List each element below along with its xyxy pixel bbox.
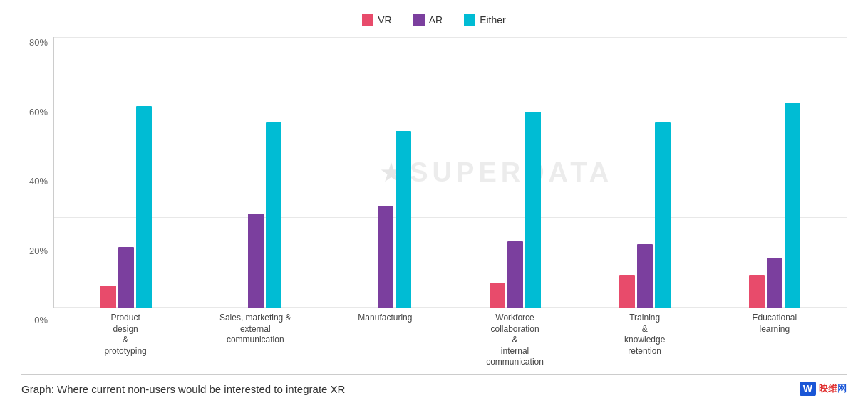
legend-item-vr: VR (362, 14, 391, 26)
legend: VR AR Either (21, 14, 847, 26)
bars-groups (54, 37, 847, 308)
bar-group-0 (100, 106, 152, 308)
x-labels: Productdesign&prototypingSales, marketin… (53, 313, 847, 368)
bar-either-0 (136, 106, 152, 308)
y-label-60: 60% (29, 107, 48, 117)
y-axis: 80% 60% 40% 20% 0% (21, 37, 53, 368)
bar-either-2 (396, 131, 411, 308)
bar-either-1 (266, 122, 281, 308)
legend-color-ar (413, 14, 425, 26)
logo-text: 映维网 (819, 382, 847, 395)
bar-vr-5 (749, 275, 765, 308)
bar-vr-0 (100, 286, 116, 308)
legend-item-either: Either (464, 14, 506, 26)
bar-group-1 (230, 122, 281, 308)
bar-group-5 (749, 103, 800, 308)
footer: Graph: Where current non-users would be … (21, 374, 847, 396)
y-label-80: 80% (29, 37, 48, 48)
bar-either-4 (655, 122, 671, 308)
chart-body: ★ SUPERDATA Productdesign&prototypingSal… (53, 37, 847, 368)
bar-vr-4 (619, 275, 635, 308)
bar-group-4 (619, 122, 671, 308)
x-label-4: Training&knowledgeretention (599, 313, 691, 368)
chart-container: VR AR Either 80% 60% 40% 20% 0% (0, 0, 868, 403)
bar-ar-3 (507, 241, 523, 308)
y-label-40: 40% (29, 176, 48, 187)
y-label-0: 0% (34, 315, 48, 325)
bar-ar-5 (767, 258, 782, 308)
legend-color-vr (362, 14, 373, 26)
bar-ar-2 (378, 206, 393, 308)
legend-label-vr: VR (378, 14, 391, 26)
bar-group-2 (360, 131, 411, 308)
logo-w-icon: W (800, 382, 816, 396)
bar-group-3 (490, 112, 541, 308)
footer-logo: W 映维网 (800, 382, 847, 396)
bar-either-5 (785, 103, 800, 308)
bar-ar-1 (248, 214, 264, 308)
legend-item-ar: AR (413, 14, 443, 26)
bars-area: ★ SUPERDATA (53, 37, 847, 308)
legend-color-either (464, 14, 475, 26)
y-label-20: 20% (29, 246, 48, 256)
x-label-0: Productdesign&prototyping (79, 313, 172, 368)
x-label-3: Workforcecollaboration&internalcommunica… (469, 313, 562, 368)
legend-label-either: Either (480, 14, 506, 26)
legend-label-ar: AR (429, 14, 443, 26)
bar-vr-3 (490, 283, 505, 308)
bar-ar-4 (637, 244, 653, 308)
bar-ar-0 (118, 247, 134, 308)
x-label-1: Sales, marketing &externalcommunication (209, 313, 301, 368)
x-label-5: Educationallearning (728, 313, 821, 368)
x-label-2: Manufacturing (339, 313, 431, 368)
footer-text: Graph: Where current non-users would be … (21, 383, 345, 395)
chart-area: 80% 60% 40% 20% 0% ★ SUPERDATA (21, 37, 847, 368)
bar-either-3 (525, 112, 541, 308)
